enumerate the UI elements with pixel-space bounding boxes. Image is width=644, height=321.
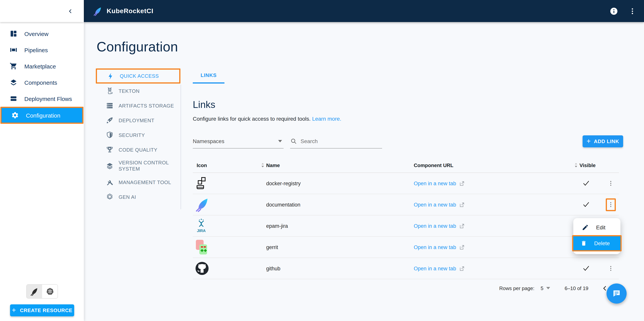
row-kebab-menu[interactable] bbox=[606, 177, 616, 190]
sidebar-item-components[interactable]: Components bbox=[0, 74, 84, 91]
open-in-new-tab-link[interactable]: Open in a new tab bbox=[414, 265, 570, 271]
pagination-range: 6–10 of 19 bbox=[564, 285, 588, 291]
config-menu-item-code-quality[interactable]: CODE QUALITY bbox=[96, 142, 180, 157]
pencil-icon bbox=[582, 224, 589, 231]
docker-registry-icon bbox=[193, 176, 266, 190]
sidebar-item-label: Overview bbox=[24, 30, 48, 37]
create-resource-button[interactable]: + CREATE RESOURCE bbox=[10, 304, 74, 316]
open-in-new-tab-link[interactable]: Open in a new tab bbox=[414, 180, 570, 186]
sidebar-item-deployment-flows[interactable]: Deployment Flows bbox=[0, 91, 84, 107]
namespaces-label: Namespaces bbox=[193, 138, 278, 144]
link-name: epam-jira bbox=[266, 223, 414, 229]
kebab-menu-icon[interactable] bbox=[628, 7, 637, 16]
config-menu-item-deployment[interactable]: DEPLOYMENT bbox=[96, 113, 180, 128]
configuration-highlight-ring: Configuration bbox=[0, 107, 84, 124]
kubernetes-view-toggle[interactable] bbox=[42, 285, 58, 298]
sidebar-nav: Overview Pipelines Marketplace Component… bbox=[0, 22, 84, 124]
sidebar-item-overview[interactable]: Overview bbox=[0, 26, 84, 42]
sidebar-item-label: Marketplace bbox=[24, 63, 56, 69]
menu-divider bbox=[180, 85, 181, 209]
kuberocketci-view-toggle[interactable] bbox=[27, 285, 42, 298]
link-name: docker-registry bbox=[266, 180, 414, 186]
column-header-visible[interactable]: Visible bbox=[570, 162, 602, 168]
column-header-icon: Icon bbox=[193, 162, 266, 168]
config-menu-item-gen-ai[interactable]: GEN AI bbox=[96, 189, 180, 204]
kuberocketci-feather-icon bbox=[30, 287, 39, 296]
table-row: documentation Open in a new tab bbox=[193, 194, 619, 215]
config-menu-item-management-tool[interactable]: MANAGEMENT TOOL bbox=[96, 175, 180, 189]
layers-icon bbox=[106, 162, 114, 170]
cart-icon bbox=[10, 62, 18, 70]
column-header-name[interactable]: Name bbox=[266, 162, 414, 168]
github-icon bbox=[193, 261, 266, 275]
row-kebab-menu-active[interactable] bbox=[606, 198, 616, 211]
links-heading: Links bbox=[193, 99, 623, 110]
rows-per-page-select[interactable]: 5 bbox=[541, 285, 552, 291]
open-in-new-tab-link[interactable]: Open in a new tab bbox=[414, 223, 570, 229]
app-title: KubeRocketCI bbox=[107, 7, 153, 15]
config-menu-item-security[interactable]: SECURITY bbox=[96, 128, 180, 142]
open-in-new-tab-link[interactable]: Open in a new tab bbox=[414, 244, 570, 250]
link-name: documentation bbox=[266, 202, 414, 207]
overview-icon bbox=[10, 30, 18, 38]
config-menu-item-artifacts-storage[interactable]: ARTIFACTS STORAGE bbox=[96, 98, 180, 113]
shield-icon bbox=[106, 131, 114, 139]
row-kebab-menu[interactable] bbox=[606, 262, 616, 275]
pipelines-icon bbox=[10, 46, 18, 54]
links-description-text: Configure links for quick access to requ… bbox=[193, 116, 310, 122]
lightning-icon bbox=[107, 72, 115, 80]
search-icon bbox=[290, 138, 297, 145]
components-icon bbox=[10, 79, 18, 86]
add-link-button[interactable]: + ADD LINK bbox=[582, 135, 623, 147]
search-input[interactable] bbox=[300, 138, 366, 144]
open-in-new-tab-link[interactable]: Open in a new tab bbox=[414, 202, 570, 207]
delete-highlight-ring: Delete bbox=[572, 235, 622, 251]
view-toggle-group bbox=[26, 284, 58, 298]
search-field bbox=[290, 136, 382, 149]
jira-icon: JIRA bbox=[193, 218, 266, 234]
topbar-actions bbox=[609, 7, 637, 16]
config-menu-item-tekton[interactable]: TEKTON bbox=[96, 84, 180, 98]
chevron-down-icon bbox=[546, 287, 550, 289]
pagination: Rows per page: 5 6–10 of 19 bbox=[193, 279, 623, 297]
kuberocketci-logo-icon bbox=[93, 6, 102, 16]
external-link-icon bbox=[459, 223, 464, 229]
chat-icon bbox=[612, 289, 621, 298]
learn-more-link[interactable]: Learn more. bbox=[312, 116, 341, 122]
add-link-label: ADD LINK bbox=[594, 138, 619, 144]
chevron-left-icon bbox=[68, 8, 73, 14]
namespaces-select[interactable]: Namespaces bbox=[193, 136, 284, 149]
sidebar-item-configuration[interactable]: Configuration bbox=[2, 108, 82, 123]
svg-text:JIRA: JIRA bbox=[197, 229, 206, 233]
trash-icon bbox=[581, 240, 587, 246]
visible-checkmark bbox=[570, 264, 602, 272]
sidebar-item-label: Deployment Flows bbox=[24, 95, 72, 102]
config-menu-item-quick-access[interactable]: QUICK ACCESS bbox=[97, 70, 179, 82]
context-menu-edit[interactable]: Edit bbox=[573, 219, 620, 235]
tools-icon bbox=[106, 178, 114, 186]
chevron-down-icon bbox=[278, 140, 282, 142]
link-name: gerrit bbox=[266, 244, 414, 250]
external-link-icon bbox=[459, 265, 464, 271]
tab-links[interactable]: LINKS bbox=[193, 69, 224, 84]
row-context-menu: Edit Delete bbox=[573, 218, 620, 254]
info-icon[interactable] bbox=[609, 7, 618, 16]
external-link-icon bbox=[459, 244, 464, 250]
feedback-chat-button[interactable] bbox=[606, 283, 626, 303]
sidebar-item-pipelines[interactable]: Pipelines bbox=[0, 42, 84, 58]
gear-icon bbox=[11, 111, 19, 119]
config-menu-label: SECURITY bbox=[118, 132, 145, 138]
context-menu-delete[interactable]: Delete bbox=[573, 236, 620, 250]
topbar: KubeRocketCI bbox=[84, 0, 644, 22]
main-content: Configuration QUICK ACCESS bbox=[84, 22, 644, 321]
sort-icon bbox=[260, 162, 265, 168]
filter-row: Namespaces + ADD LINK bbox=[193, 136, 623, 149]
sidebar-item-marketplace[interactable]: Marketplace bbox=[0, 58, 84, 74]
config-menu-item-version-control-system[interactable]: VERSION CONTROL SYSTEM bbox=[96, 157, 180, 175]
collapse-sidebar-button[interactable] bbox=[68, 8, 73, 14]
configuration-menu: QUICK ACCESS TEKTON ARTIFACTS STORAGE bbox=[96, 69, 180, 297]
sidebar: Overview Pipelines Marketplace Component… bbox=[0, 0, 84, 321]
sidebar-header bbox=[0, 0, 84, 22]
link-name: github bbox=[266, 265, 414, 271]
table-header: Icon Name Component URL Visi bbox=[193, 158, 619, 173]
